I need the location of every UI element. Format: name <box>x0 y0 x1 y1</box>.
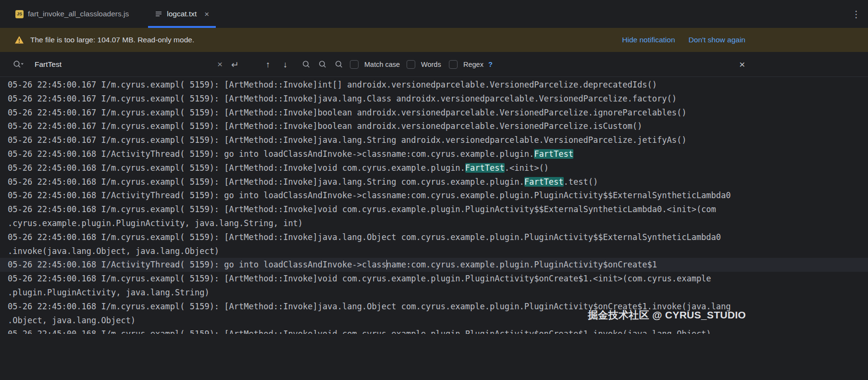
log-text: 05-26 22:45:00.168 I/m.cyrus.exampl( 515… <box>8 177 524 187</box>
tab-logcat-txt[interactable]: logcat.txt × <box>148 0 216 28</box>
log-text: .cyrus.example.plugin.PluginActivity, ja… <box>8 218 303 228</box>
more-options-icon[interactable]: ⋮ <box>852 9 861 20</box>
log-text: .test() <box>564 177 598 187</box>
close-tab-icon[interactable]: × <box>204 10 209 18</box>
banner-actions: Hide notification Don't show again <box>622 36 745 44</box>
search-history-icon[interactable] <box>12 60 24 69</box>
log-text: 05-26 22:45:00.168 I/m.cyrus.exampl( 515… <box>8 204 716 214</box>
log-line: 05-26 22:45:00.168 I/m.cyrus.exampl( 515… <box>0 161 868 175</box>
log-line: 05-26 22:45:00.168 I/m.cyrus.exampl( 515… <box>0 230 868 244</box>
log-text: 05-26 22:45:00.167 I/m.cyrus.exampl( 515… <box>8 135 686 145</box>
log-text: 05-26 22:45:00.167 I/m.cyrus.exampl( 515… <box>8 94 677 103</box>
log-text: name:com.cyrus.example.plugin.PluginActi… <box>386 260 657 269</box>
close-search-icon[interactable]: × <box>739 59 745 70</box>
log-text: 05-26 22:45:00.167 I/m.cyrus.exampl( 515… <box>8 80 657 89</box>
search-match-highlight: FartTest <box>465 163 505 173</box>
tab-label: fart_invoke_all_classloaders.js <box>28 10 129 18</box>
regex-label[interactable]: Regex <box>463 61 484 68</box>
log-text: .Object, java.lang.Object) <box>8 316 136 325</box>
log-line: 05-26 22:45:00.167 I/m.cyrus.exampl( 515… <box>0 133 868 147</box>
tab-fart-invoke-all-classloaders-js[interactable]: JS fart_invoke_all_classloaders.js <box>9 0 136 28</box>
log-line: 05-26 22:45:00.168 I/m.cyrus.exampl( 515… <box>0 327 868 334</box>
log-text: 05-26 22:45:00.168 I/m.cyrus.exampl( 515… <box>8 274 711 283</box>
search-option-icon-2[interactable] <box>318 60 327 69</box>
words-checkbox[interactable] <box>407 60 415 69</box>
log-line: 05-26 22:45:00.167 I/m.cyrus.exampl( 515… <box>0 92 868 106</box>
banner-message: The file is too large: 104.07 MB. Read-o… <box>30 36 194 44</box>
log-text: .<init>() <box>505 163 549 173</box>
log-text: 05-26 22:45:00.168 I/m.cyrus.exampl( 515… <box>8 232 721 242</box>
log-text: 05-26 22:45:00.168 I/m.cyrus.exampl( 515… <box>8 163 465 173</box>
match-case-checkbox[interactable] <box>350 60 359 69</box>
log-line: 05-26 22:45:00.167 I/m.cyrus.exampl( 515… <box>0 119 868 133</box>
log-line: .plugin.PluginActivity, java.lang.String… <box>0 286 868 300</box>
search-input[interactable]: FartTest <box>35 60 62 69</box>
hide-notification-link[interactable]: Hide notification <box>622 36 675 44</box>
editor-tab-bar: JS fart_invoke_all_classloaders.js logca… <box>0 0 868 28</box>
log-line: .invoke(java.lang.Object, java.lang.Obje… <box>0 244 868 258</box>
file-too-large-banner: The file is too large: 104.07 MB. Read-o… <box>0 28 868 52</box>
log-line: 05-26 22:45:00.168 I/ActivityThread( 515… <box>0 189 868 203</box>
log-text: .plugin.PluginActivity, java.lang.String… <box>8 288 210 297</box>
search-match-highlight: FartTest <box>524 177 564 187</box>
new-line-icon[interactable]: ↵ <box>231 59 239 70</box>
text-file-icon <box>155 10 162 18</box>
log-text: 05-26 22:45:00.168 I/ActivityThread( 515… <box>8 190 731 200</box>
warning-icon <box>14 36 24 44</box>
log-line: 05-26 22:45:00.168 I/m.cyrus.exampl( 515… <box>0 175 868 189</box>
log-line: 05-26 22:45:00.168 I/ActivityThread( 515… <box>0 258 868 272</box>
log-text: 05-26 22:45:00.168 I/m.cyrus.exampl( 515… <box>8 329 711 334</box>
log-lines: 05-26 22:45:00.167 I/m.cyrus.exampl( 515… <box>0 78 868 334</box>
watermark: 掘金技术社区 @ CYRUS_STUDIO <box>588 308 746 322</box>
find-toolbar: FartTest × ↵ ↑ ↓ Match case Words Regex … <box>0 52 868 77</box>
log-text: 05-26 22:45:00.167 I/m.cyrus.exampl( 515… <box>8 108 686 117</box>
log-line: 05-26 22:45:00.168 I/m.cyrus.exampl( 515… <box>0 203 868 216</box>
previous-occurrence-icon[interactable]: ↑ <box>266 59 270 69</box>
log-line: 05-26 22:45:00.167 I/m.cyrus.exampl( 515… <box>0 78 868 92</box>
editor-area[interactable]: 05-26 22:45:00.167 I/m.cyrus.exampl( 515… <box>0 77 868 380</box>
log-text: 05-26 22:45:00.167 I/m.cyrus.exampl( 515… <box>8 121 642 131</box>
log-text: 05-26 22:45:00.168 I/ActivityThread( 515… <box>8 149 534 159</box>
log-text: 05-26 22:45:00.168 I/ActivityThread( 515… <box>8 260 386 269</box>
log-line: 05-26 22:45:00.168 I/ActivityThread( 515… <box>0 147 868 161</box>
log-text: .invoke(java.lang.Object, java.lang.Obje… <box>8 246 219 256</box>
words-label[interactable]: Words <box>421 61 441 68</box>
search-match-highlight: FartTest <box>534 149 573 159</box>
next-occurrence-icon[interactable]: ↓ <box>283 59 287 69</box>
search-option-icon-3[interactable] <box>335 60 344 69</box>
clear-search-icon[interactable]: × <box>217 59 223 70</box>
tab-label: logcat.txt <box>167 10 197 18</box>
log-line: .cyrus.example.plugin.PluginActivity, ja… <box>0 216 868 230</box>
log-line: 05-26 22:45:00.168 I/m.cyrus.exampl( 515… <box>0 272 868 286</box>
javascript-file-icon: JS <box>15 10 24 18</box>
regex-help-icon[interactable]: ? <box>488 61 493 68</box>
log-line: 05-26 22:45:00.167 I/m.cyrus.exampl( 515… <box>0 106 868 120</box>
regex-checkbox[interactable] <box>449 60 458 69</box>
search-option-icon-1[interactable] <box>302 60 311 69</box>
match-case-label[interactable]: Match case <box>364 61 400 68</box>
dont-show-again-link[interactable]: Don't show again <box>689 36 745 44</box>
